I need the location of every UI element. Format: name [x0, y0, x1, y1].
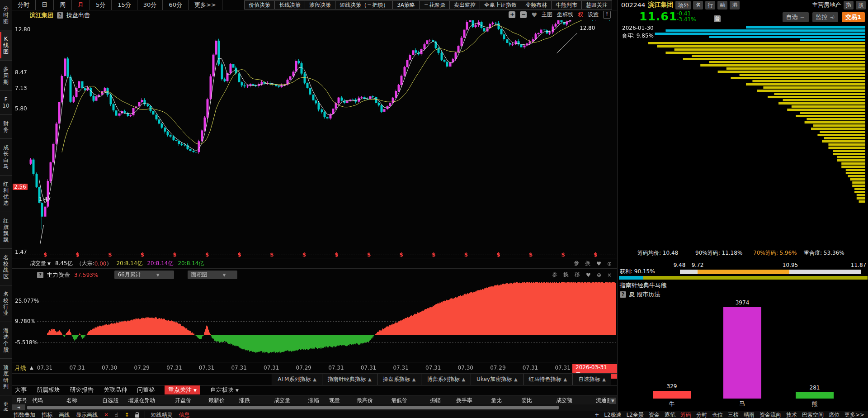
basuo-space-tab[interactable]: 巴索空间	[802, 411, 824, 418]
more-tabs-button[interactable]: 更多>>	[844, 411, 864, 418]
sidebar-item-2[interactable]: 多周期	[0, 61, 12, 91]
table-header-12[interactable]: 最低价	[391, 397, 407, 404]
quote-tag-港[interactable]: 港	[730, 1, 740, 10]
sidebar-item-5[interactable]: 成长白马	[0, 139, 12, 176]
fund-flow-tab[interactable]: 资金流向	[760, 411, 781, 418]
sidebar-item-11[interactable]: 顶底研判	[0, 359, 12, 395]
table-header-14[interactable]: 换手率	[456, 397, 472, 404]
indicator-tab-5[interactable]: 红马特色指标▲	[523, 374, 573, 385]
fund-label[interactable]: 主力资金	[47, 271, 70, 279]
zoom-out-button[interactable]: −	[520, 11, 527, 18]
sidebar-item-1[interactable]: K线图	[0, 30, 12, 61]
sidebar-item-3[interactable]: F10	[0, 91, 12, 115]
scroll-left-icon[interactable]: ◄	[12, 404, 25, 410]
short-term-wizard-button[interactable]: 短线精灵	[151, 411, 172, 418]
table-hscrollbar[interactable]: ◄ ▼	[12, 404, 617, 411]
tool-换[interactable]: 换	[585, 260, 590, 267]
chips-tab[interactable]: 筹码	[680, 411, 691, 418]
table-header-10[interactable]: 现量	[329, 397, 340, 404]
trade-button[interactable]: 交易1	[842, 12, 865, 22]
sidebar-item-6[interactable]: 红利优选	[0, 176, 12, 212]
tool-参[interactable]: 参	[552, 271, 557, 279]
volume-label[interactable]: 成交量	[30, 260, 46, 267]
sidebar-item-7[interactable]: 红旗飘飘	[0, 212, 12, 249]
fund-range-select[interactable]: 66月累计▼	[114, 271, 174, 279]
funds-tab[interactable]: 资金	[649, 411, 660, 418]
tool-移[interactable]: 移	[575, 271, 580, 279]
indicator-button[interactable]: 指标	[42, 411, 52, 418]
period-button-4[interactable]: 5分	[90, 0, 112, 10]
period-caret-icon[interactable]: ▲	[30, 365, 33, 370]
period-button-7[interactable]: 60分	[163, 0, 189, 10]
quote-tag-融[interactable]: 融	[717, 1, 727, 10]
draw-line-button[interactable]: 画线	[59, 411, 70, 418]
indicator-tab-6[interactable]: 自选指标▲	[572, 374, 611, 385]
tool-参[interactable]: 参	[574, 260, 579, 267]
sidebar-item-9[interactable]: 名校行业	[0, 285, 12, 322]
sidebar-item-8[interactable]: 名校战区	[0, 249, 12, 285]
strategy-button-8[interactable]: 变频布林	[521, 0, 552, 10]
info-tab-4[interactable]: 问董秘	[137, 386, 155, 394]
period-button-8[interactable]: 更多>>	[189, 0, 222, 10]
hscroll-thumb[interactable]	[27, 406, 559, 409]
position-tab[interactable]: 仓位	[712, 411, 723, 418]
info-tab-1[interactable]: 所属板块	[37, 386, 60, 394]
strategy-button-1[interactable]: 长线决策	[274, 0, 305, 10]
strategy-button-3[interactable]: 短线决策（三把锁）	[335, 0, 393, 10]
period-button-6[interactable]: 30分	[137, 0, 163, 10]
calendar-help-icon[interactable]: ?	[620, 291, 626, 298]
period-button-3[interactable]: 月	[72, 0, 90, 10]
table-header-2[interactable]: 名称	[66, 397, 77, 404]
chart-tool-设置[interactable]: 设置	[588, 11, 599, 19]
strategy-button-10[interactable]: 慧眼关注	[581, 0, 612, 10]
magnify-icon[interactable]: ⊕	[607, 261, 612, 267]
strategy-button-5[interactable]: 三花聚鼎	[419, 0, 450, 10]
info-tab-6[interactable]: 自定板块▼	[210, 386, 239, 394]
period-button-5[interactable]: 15分	[112, 0, 137, 10]
updown-arrow-icon[interactable]: ↕	[124, 412, 129, 418]
sidebar-item-4[interactable]: 财务	[0, 115, 12, 139]
help-icon[interactable]: ?	[57, 12, 63, 19]
table-header-7[interactable]: 涨跌	[239, 397, 250, 404]
indicator-tab-1[interactable]: 指南针经典指标▲	[322, 374, 377, 385]
strategy-button-6[interactable]: 卖出监控	[449, 0, 480, 10]
technical-tab[interactable]: 技术	[786, 411, 797, 418]
table-header-9[interactable]: 涨幅	[308, 397, 319, 404]
fund-help-icon[interactable]: ?	[37, 272, 43, 278]
table-header-5[interactable]: 开盘价	[175, 397, 191, 404]
period-button-0[interactable]: 分时	[12, 0, 36, 10]
table-header-3[interactable]: 自选股	[102, 397, 118, 404]
seat-tab[interactable]: 席位	[829, 411, 840, 418]
chart-tool-主图[interactable]: 主图	[542, 11, 552, 19]
table-header-11[interactable]: 最高价	[357, 397, 373, 404]
add-panel-button[interactable]: +	[594, 412, 599, 418]
zoom-in-button[interactable]: +	[509, 11, 515, 18]
table-header-15[interactable]: 量比	[491, 397, 502, 404]
info-button[interactable]: 信息	[179, 411, 189, 418]
quote-tag-股[interactable]: 股	[856, 1, 866, 10]
quote-tag-场外[interactable]: 场外	[675, 1, 691, 10]
quote-tag-名[interactable]: 名	[693, 1, 703, 10]
scroll-down-icon[interactable]: ▼	[609, 398, 616, 404]
strategy-button-7[interactable]: 全赢上证指数	[480, 0, 521, 10]
indicator-tab-2[interactable]: 操盘系指标▲	[377, 374, 421, 385]
sidebar-item-10[interactable]: 海选个股	[0, 322, 12, 359]
collapse-up-icon[interactable]: ↑	[603, 11, 611, 19]
chart-tool-权[interactable]: 权	[578, 11, 583, 19]
fund-style-select[interactable]: 面积图▼	[188, 271, 237, 279]
three-rank-tab[interactable]: 三榜	[728, 411, 739, 418]
table-header-13[interactable]: 振幅	[430, 397, 441, 404]
info-tab-3[interactable]: 关联品种	[104, 386, 127, 394]
favorite-icon[interactable]: ♥	[596, 261, 601, 267]
kline-chart[interactable]: 1.47 12.80 12.808.477.135.802.561.47	[12, 20, 617, 252]
main-fund-chart[interactable]: 25.077%9.780%-5.518%	[12, 280, 617, 362]
period-button-2[interactable]: 周	[54, 0, 72, 10]
index-overlay-button[interactable]: 指数叠加	[14, 411, 35, 418]
volume-caret-icon[interactable]: ▼	[47, 261, 51, 266]
period-type-label[interactable]: 月线	[14, 364, 26, 372]
chart-tool-坐标线[interactable]: 坐标线	[557, 11, 573, 19]
tool-换[interactable]: 换	[563, 271, 569, 279]
table-header-8[interactable]: 成交量	[274, 397, 290, 404]
magnify-icon[interactable]: ⊕	[597, 272, 601, 278]
info-tab-2[interactable]: 研究报告	[70, 386, 94, 394]
